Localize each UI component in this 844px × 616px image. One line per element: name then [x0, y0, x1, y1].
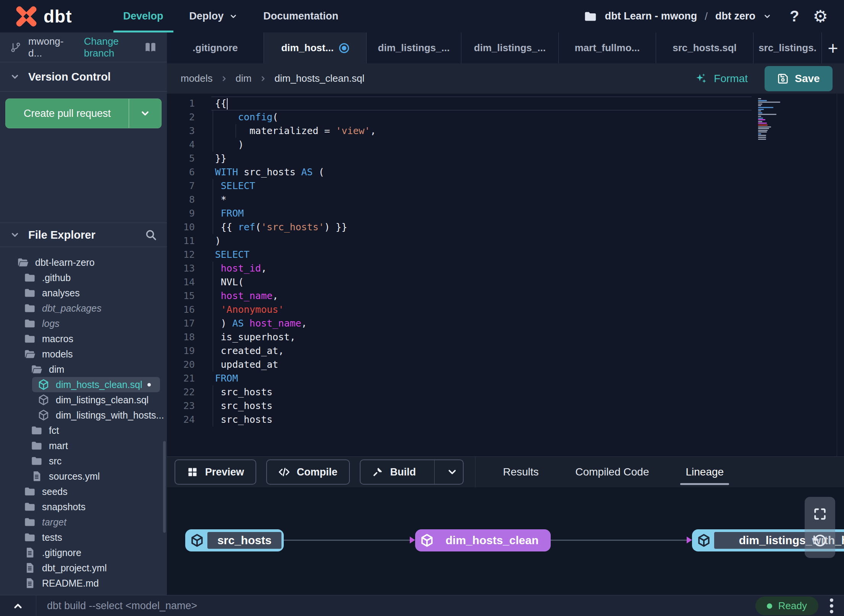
nav-deploy[interactable]: Deploy — [176, 0, 251, 32]
chevron-right-icon — [220, 75, 228, 82]
tree-item-src[interactable]: src — [0, 453, 167, 469]
help-icon[interactable]: ? — [790, 8, 799, 25]
code-line-14[interactable]: 14 NVL( — [167, 275, 844, 289]
tab-results[interactable]: Results — [503, 457, 538, 487]
nav-develop[interactable]: Develop — [110, 0, 176, 32]
compile-button[interactable]: Compile — [266, 459, 350, 485]
tree-item-macros[interactable]: macros — [0, 331, 167, 346]
tree-item-dbt_packages[interactable]: dbt_packages — [0, 301, 167, 316]
code-line-8[interactable]: 8 * — [167, 193, 844, 207]
tree-item-dbt-learn-zero[interactable]: dbt-learn-zero — [0, 255, 167, 270]
change-branch-link[interactable]: Change branch — [84, 36, 144, 59]
reset-view-icon[interactable] — [813, 534, 827, 548]
tree-item-seeds[interactable]: seeds — [0, 484, 167, 499]
tree-item-dim_hosts_clean.sql[interactable]: dim_hosts_clean.sql — [32, 377, 160, 392]
build-dropdown[interactable] — [441, 466, 463, 478]
tab-compiled-code[interactable]: Compiled Code — [575, 457, 649, 487]
code-line-13[interactable]: 13 host_id, — [167, 262, 844, 275]
line-number: 17 — [167, 317, 199, 330]
code-editor[interactable]: 1{{2 config(3 materialized = 'view',4 )5… — [167, 94, 844, 456]
format-button[interactable]: Format — [695, 72, 748, 85]
code-line-4[interactable]: 4 ) — [167, 138, 844, 152]
code-line-17[interactable]: 17 ) AS host_name, — [167, 317, 844, 330]
project-switcher[interactable]: dbt Learn - mwong / dbt zero — [584, 10, 771, 23]
minimap[interactable] — [758, 98, 782, 140]
tree-item-.gitignore[interactable]: .gitignore — [0, 545, 167, 560]
editor-scrollbar-track[interactable] — [837, 94, 837, 456]
tree-item-models[interactable]: models — [0, 346, 167, 362]
file-explorer-header[interactable]: File Explorer — [0, 223, 167, 247]
build-button[interactable]: Build — [360, 459, 464, 485]
tree-item-target[interactable]: target — [0, 514, 167, 530]
code-line-21[interactable]: 21FROM — [167, 372, 844, 385]
node-label: dim_hosts_clean — [436, 532, 548, 549]
code-line-18[interactable]: 18 is_superhost, — [167, 330, 844, 344]
breadcrumb-models[interactable]: models — [181, 73, 213, 84]
code-line-12[interactable]: 12SELECT — [167, 248, 844, 262]
dbt-logo[interactable]: dbt — [15, 5, 72, 27]
tree-item-logs[interactable]: logs — [0, 316, 167, 331]
create-pull-request-button[interactable]: Create pull request — [5, 99, 162, 128]
command-input[interactable]: dbt build --select <model_name> — [47, 600, 197, 612]
tab-label: mart_fullmo... — [575, 42, 640, 54]
code-line-3[interactable]: 3 materialized = 'view', — [167, 124, 844, 138]
line-number: 21 — [167, 372, 199, 385]
code-line-9[interactable]: 9 FROM — [167, 207, 844, 220]
gear-icon[interactable]: ⚙ — [813, 8, 828, 25]
tree-item-README.md[interactable]: README.md — [0, 576, 167, 591]
editor-tab-5[interactable]: src_hosts.sql — [656, 32, 753, 63]
tree-item-tests[interactable]: tests — [0, 530, 167, 545]
tree-item-.github[interactable]: .github — [0, 270, 167, 285]
lineage-node-src-hosts[interactable]: src_hosts — [185, 529, 284, 551]
code-line-19[interactable]: 19 created_at, — [167, 344, 844, 358]
breadcrumb-dim[interactable]: dim — [236, 73, 252, 84]
create-pr-dropdown[interactable] — [129, 108, 161, 119]
code-line-1[interactable]: 1{{ — [167, 97, 844, 110]
tab-lineage[interactable]: Lineage — [686, 457, 724, 487]
code-line-20[interactable]: 20 updated_at — [167, 358, 844, 372]
editor-tab-3[interactable]: dim_listings_... — [461, 32, 559, 63]
tree-item-dbt_project.yml[interactable]: dbt_project.yml — [0, 560, 167, 576]
code-line-10[interactable]: 10 {{ ref('src_hosts') }} — [167, 220, 844, 234]
tree-item-analyses[interactable]: analyses — [0, 285, 167, 301]
tree-item-fct[interactable]: fct — [0, 423, 167, 438]
editor-tab-0[interactable]: .gitignore — [167, 32, 264, 63]
tab-modified-icon — [339, 43, 349, 53]
save-button[interactable]: Save — [765, 66, 833, 91]
preview-button[interactable]: Preview — [175, 459, 256, 485]
kebab-menu-icon[interactable] — [830, 598, 833, 613]
tree-item-snapshots[interactable]: snapshots — [0, 499, 167, 514]
editor-tab-2[interactable]: dim_listings_... — [367, 32, 461, 63]
code-line-7[interactable]: 7 SELECT — [167, 179, 844, 193]
code-line-23[interactable]: 23 src_hosts — [167, 399, 844, 413]
tree-item-dim[interactable]: dim — [0, 362, 167, 377]
lineage-node-dim-hosts-clean[interactable]: dim_hosts_clean — [415, 529, 551, 551]
tree-item-sources.yml[interactable]: sources.yml — [0, 469, 167, 484]
code-line-24[interactable]: 24 src_hosts — [167, 413, 844, 427]
nav-documentation[interactable]: Documentation — [251, 0, 352, 32]
code-line-22[interactable]: 22 src_hosts — [167, 385, 844, 399]
search-icon[interactable] — [145, 229, 157, 241]
editor-tab-1[interactable]: dim_host... — [264, 32, 367, 63]
editor-tab-4[interactable]: mart_fullmo... — [559, 32, 656, 63]
new-tab-button[interactable]: + — [822, 32, 844, 63]
chevron-down-icon — [763, 12, 771, 21]
tree-item-mart[interactable]: mart — [0, 438, 167, 453]
code-line-5[interactable]: 5}} — [167, 152, 844, 165]
sidebar-scrollbar[interactable] — [163, 441, 166, 533]
docs-book-icon[interactable] — [144, 41, 157, 54]
fullscreen-icon[interactable] — [813, 507, 827, 521]
version-control-header[interactable]: Version Control — [0, 62, 167, 91]
lineage-canvas[interactable]: src_hosts dim_hosts_clean dim_listings_w… — [167, 487, 844, 595]
build-main[interactable]: Build — [361, 466, 428, 478]
editor-tab-6[interactable]: src_listings. — [753, 32, 822, 63]
code-line-11[interactable]: 11) — [167, 234, 844, 248]
unsaved-dot — [147, 383, 151, 386]
code-line-2[interactable]: 2 config( — [167, 110, 844, 124]
tree-item-dim_listings_clean.sql[interactable]: dim_listings_clean.sql — [0, 392, 167, 407]
code-line-15[interactable]: 15 host_name, — [167, 289, 844, 303]
chevron-up-icon[interactable] — [0, 595, 36, 616]
code-line-16[interactable]: 16 'Anonymous' — [167, 303, 844, 317]
code-line-6[interactable]: 6WITH src_hosts AS ( — [167, 165, 844, 179]
tree-item-dim_listings_with_hosts...[interactable]: dim_listings_with_hosts... — [0, 407, 167, 423]
